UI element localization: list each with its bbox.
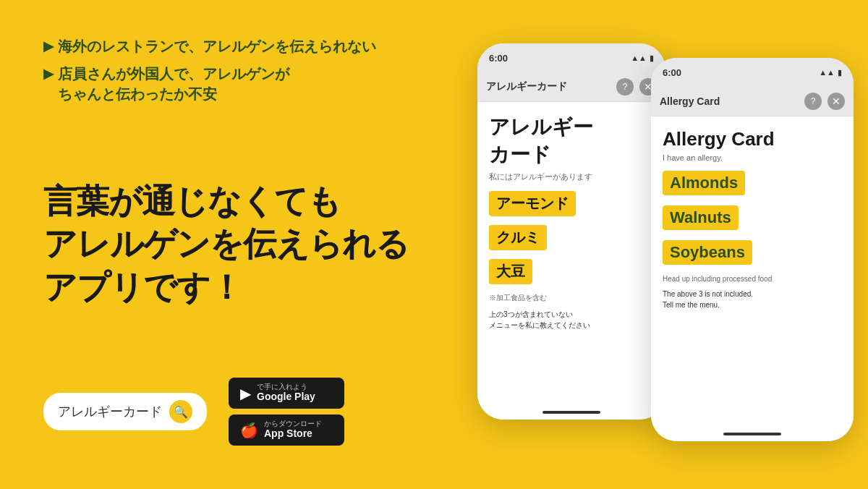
allergen-ja-soybeans: 大豆 bbox=[489, 259, 532, 284]
phone-front-header-actions: ? ✕ bbox=[804, 93, 845, 110]
phone-front-header-title: Allergy Card bbox=[660, 95, 720, 107]
phone-back-allergen-0: アーモンド bbox=[489, 191, 654, 225]
phone-front-request: The above 3 is not included.Tell me the … bbox=[663, 289, 842, 310]
google-play-button[interactable]: ▶ で手に入れよう Google Play bbox=[229, 378, 344, 409]
phone-back-status-bar: 6:00 ▲▲ ▮ bbox=[477, 43, 665, 72]
store-buttons: ▶ で手に入れよう Google Play 🍎 からダウンロード App Sto… bbox=[229, 378, 344, 446]
headline-section: 言葉が通じなくても アレルゲンを伝えられる アプリです！ bbox=[43, 180, 420, 310]
phone-front-subtitle: I have an allergy. bbox=[663, 153, 842, 162]
google-play-label: で手に入れよう bbox=[257, 383, 315, 391]
allergen-ja-walnuts: クルミ bbox=[489, 225, 547, 250]
app-store-label: からダウンロード bbox=[264, 420, 322, 428]
search-text: アレルギーカード bbox=[58, 403, 162, 420]
allergen-ja-almonds: アーモンド bbox=[489, 191, 576, 216]
phone-front-allergen-1: Walnuts bbox=[663, 205, 842, 240]
phone-back-request: 上の3つが含まれていないメニューを私に教えてください bbox=[489, 309, 654, 331]
phone-front-home-bar bbox=[723, 433, 781, 435]
phone-front-time: 6:00 bbox=[663, 67, 681, 78]
phone-back-note: ※加工食品を含む bbox=[489, 293, 654, 303]
phone-back-help-btn[interactable]: ? bbox=[616, 78, 634, 95]
phone-back-app-title: アレルギーカード bbox=[489, 114, 654, 169]
phone-front-app-content: Allergy Card I have an allergy. Almonds … bbox=[651, 116, 854, 441]
headline-text: 言葉が通じなくても アレルゲンを伝えられる アプリです！ bbox=[43, 180, 420, 310]
right-content: 6:00 ▲▲ ▮ アレルギーカード ? ✕ アレルギーカード 私にはアレルギー… bbox=[448, 0, 868, 489]
phone-front-app-title: Allergy Card bbox=[663, 128, 842, 150]
allergen-en-walnuts: Walnuts bbox=[663, 205, 739, 230]
headline-line2: アレルゲンを伝えられる bbox=[43, 225, 409, 263]
phone-back-time: 6:00 bbox=[489, 53, 508, 64]
battery-icon-front: ▮ bbox=[838, 68, 842, 77]
phone-back-allergen-2: 大豆 bbox=[489, 259, 654, 293]
google-play-text: で手に入れよう Google Play bbox=[257, 383, 315, 403]
phone-back-header-title: アレルギーカード bbox=[486, 80, 567, 93]
google-play-icon: ▶ bbox=[240, 385, 251, 402]
wifi-icon-front: ▲▲ bbox=[819, 68, 835, 77]
phone-front-status-icons: ▲▲ ▮ bbox=[819, 68, 842, 77]
bullet-item-1: ▶ 海外のレストランで、アレルゲンを伝えられない bbox=[43, 36, 420, 56]
apple-icon: 🍎 bbox=[240, 422, 258, 439]
phone-front: 6:00 ▲▲ ▮ Allergy Card ? ✕ Allergy Card … bbox=[651, 58, 854, 441]
app-store-name: App Store bbox=[264, 428, 322, 440]
phone-back-home-bar bbox=[542, 411, 600, 414]
phone-front-app-header: Allergy Card ? ✕ bbox=[651, 87, 854, 116]
phone-front-notch bbox=[723, 58, 781, 72]
phone-back-notch bbox=[542, 43, 600, 58]
phone-back-allergen-1: クルミ bbox=[489, 225, 654, 259]
search-bar[interactable]: アレルギーカード 🔍 bbox=[43, 393, 207, 430]
headline-line1: 言葉が通じなくても bbox=[43, 182, 341, 220]
bullet-text-1: 海外のレストランで、アレルゲンを伝えられない bbox=[58, 36, 376, 56]
search-icon[interactable]: 🔍 bbox=[169, 400, 192, 423]
phone-back: 6:00 ▲▲ ▮ アレルギーカード ? ✕ アレルギーカード 私にはアレルギー… bbox=[477, 43, 665, 420]
google-play-name: Google Play bbox=[257, 391, 315, 403]
bullet-item-2: ▶ 店員さんが外国人で、アレルゲンがちゃんと伝わったか不安 bbox=[43, 64, 420, 104]
bullet-text-2: 店員さんが外国人で、アレルゲンがちゃんと伝わったか不安 bbox=[58, 64, 289, 104]
phone-front-close-btn[interactable]: ✕ bbox=[827, 93, 845, 110]
app-store-button[interactable]: 🍎 からダウンロード App Store bbox=[229, 414, 344, 446]
bullet-arrow-2: ▶ bbox=[43, 65, 54, 83]
phone-back-app-content: アレルギーカード 私にはアレルギーがあります アーモンド クルミ 大豆 ※加工食… bbox=[477, 102, 665, 420]
phone-front-allergen-2: Soybeans bbox=[663, 240, 842, 275]
bullet-arrow-1: ▶ bbox=[43, 38, 54, 56]
phone-front-note: Head up including processed food bbox=[663, 275, 842, 283]
allergen-en-almonds: Almonds bbox=[663, 171, 745, 195]
allergen-en-soybeans: Soybeans bbox=[663, 240, 752, 265]
main-container: ▶ 海外のレストランで、アレルゲンを伝えられない ▶ 店員さんが外国人で、アレル… bbox=[0, 0, 868, 489]
phone-front-allergen-0: Almonds bbox=[663, 171, 842, 205]
bottom-section: アレルギーカード 🔍 ▶ で手に入れよう Google Play 🍎 からダウン… bbox=[43, 378, 420, 446]
phone-front-help-btn[interactable]: ? bbox=[804, 93, 822, 110]
app-store-text: からダウンロード App Store bbox=[264, 420, 322, 440]
wifi-icon: ▲▲ bbox=[631, 54, 647, 62]
phone-front-status-bar: 6:00 ▲▲ ▮ bbox=[651, 58, 854, 87]
headline-line3: アプリです！ bbox=[43, 268, 242, 306]
left-content: ▶ 海外のレストランで、アレルゲンを伝えられない ▶ 店員さんが外国人で、アレル… bbox=[0, 0, 448, 489]
phone-back-subtitle: 私にはアレルギーがあります bbox=[489, 171, 654, 182]
phone-back-app-header: アレルギーカード ? ✕ bbox=[477, 72, 665, 102]
bullet-section: ▶ 海外のレストランで、アレルゲンを伝えられない ▶ 店員さんが外国人で、アレル… bbox=[43, 36, 420, 111]
